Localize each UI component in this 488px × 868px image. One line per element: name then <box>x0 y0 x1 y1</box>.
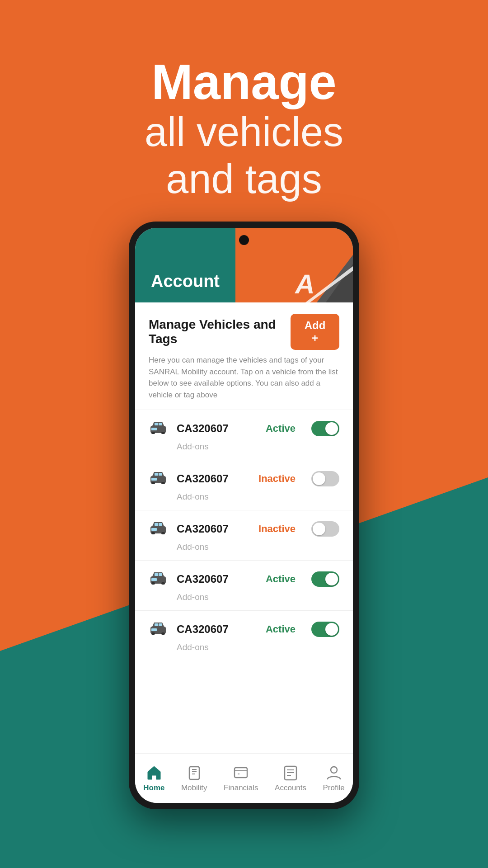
addons-text: Add-ons <box>149 492 339 505</box>
vehicle-toggle[interactable] <box>311 521 339 537</box>
status-badge: Active <box>266 623 296 635</box>
svg-rect-21 <box>151 532 155 534</box>
svg-rect-25 <box>151 528 157 531</box>
plate-text: CA320607 <box>177 472 249 485</box>
status-badge: Active <box>266 423 296 434</box>
hero-section: Manage all vehicles and tags <box>0 54 488 203</box>
phone-frame: Account A <box>129 222 359 809</box>
car-icon <box>149 620 168 639</box>
nav-label-profile: Profile <box>323 783 345 793</box>
hero-line1: Manage <box>0 54 488 109</box>
addons-text: Add-ons <box>149 542 339 556</box>
add-button[interactable]: Add + <box>291 314 339 350</box>
svg-rect-30 <box>155 573 158 576</box>
addons-text: Add-ons <box>149 592 339 606</box>
svg-point-51 <box>331 767 337 773</box>
vehicle-item[interactable]: CA320607ActiveAdd-ons <box>135 610 353 660</box>
home-icon <box>145 764 163 781</box>
vehicle-item[interactable]: CA320607ActiveAdd-ons <box>135 410 353 460</box>
svg-rect-9 <box>155 423 158 425</box>
car-icon <box>149 519 168 538</box>
status-badge: Inactive <box>258 473 296 485</box>
svg-rect-17 <box>159 473 162 476</box>
phone-screen: Account A <box>135 228 353 803</box>
svg-rect-11 <box>151 428 157 430</box>
plate-text: CA320607 <box>177 523 249 535</box>
hero-line3: and tags <box>0 156 488 203</box>
financials-icon <box>232 764 249 781</box>
svg-rect-36 <box>161 632 165 635</box>
svg-rect-31 <box>159 573 162 576</box>
bottom-nav: HomeMobilityFinancialsAccountsProfile <box>135 753 353 803</box>
status-badge: Inactive <box>258 523 296 535</box>
svg-rect-38 <box>159 623 162 626</box>
nav-label-mobility: Mobility <box>181 783 207 793</box>
svg-rect-44 <box>235 768 247 778</box>
nav-label-accounts: Accounts <box>275 783 306 793</box>
vehicle-toggle[interactable] <box>311 471 339 486</box>
phone-wrapper: Account A <box>129 222 359 809</box>
camera-notch <box>239 235 249 245</box>
nav-item-accounts[interactable]: Accounts <box>275 764 306 793</box>
accounts-icon <box>282 764 299 781</box>
section-header: Manage Vehicles and Tags Add + <box>135 302 353 354</box>
section-description: Here you can manage the vehicles and tag… <box>135 354 353 410</box>
nav-label-home: Home <box>143 783 164 793</box>
svg-rect-16 <box>155 473 158 476</box>
vehicle-item[interactable]: CA320607InactiveAdd-ons <box>135 460 353 510</box>
car-icon <box>149 419 168 438</box>
svg-rect-29 <box>161 582 165 585</box>
vehicle-toggle[interactable] <box>311 571 339 587</box>
hero-line2: all vehicles <box>0 109 488 156</box>
nav-item-home[interactable]: Home <box>143 764 164 793</box>
svg-rect-7 <box>151 432 155 434</box>
svg-rect-37 <box>155 623 158 626</box>
app-content[interactable]: Manage Vehicles and Tags Add + Here you … <box>135 302 353 753</box>
svg-rect-40 <box>189 767 199 779</box>
addons-text: Add-ons <box>149 442 339 455</box>
svg-rect-18 <box>151 478 157 481</box>
nav-item-profile[interactable]: Profile <box>323 764 345 793</box>
svg-rect-39 <box>151 628 157 631</box>
nav-label-financials: Financials <box>224 783 258 793</box>
road-graphic: A <box>235 228 353 302</box>
svg-rect-15 <box>161 482 165 484</box>
plate-text: CA320607 <box>177 623 257 636</box>
section-title: Manage Vehicles and Tags <box>149 317 291 346</box>
addons-text: Add-ons <box>149 642 339 656</box>
status-badge: Active <box>266 573 296 585</box>
mobility-icon <box>186 764 203 781</box>
svg-rect-23 <box>155 523 158 526</box>
vehicle-list: CA320607ActiveAdd-ons CA320607InactiveAd… <box>135 410 353 660</box>
svg-rect-10 <box>159 423 162 425</box>
car-icon <box>149 469 168 488</box>
svg-rect-28 <box>151 582 155 585</box>
vehicle-item[interactable]: CA320607InactiveAdd-ons <box>135 510 353 560</box>
profile-icon <box>325 764 343 781</box>
plate-text: CA320607 <box>177 573 257 585</box>
plate-text: CA320607 <box>177 422 257 435</box>
vehicle-toggle[interactable] <box>311 622 339 637</box>
svg-rect-14 <box>151 482 155 484</box>
nav-item-mobility[interactable]: Mobility <box>181 764 207 793</box>
svg-rect-22 <box>161 532 165 534</box>
nav-item-financials[interactable]: Financials <box>224 764 258 793</box>
car-icon <box>149 570 168 589</box>
vehicle-item[interactable]: CA320607ActiveAdd-ons <box>135 560 353 610</box>
svg-rect-24 <box>159 523 162 526</box>
vehicle-toggle[interactable] <box>311 421 339 436</box>
svg-rect-32 <box>151 578 157 581</box>
svg-rect-35 <box>151 632 155 635</box>
app-header-title: Account <box>151 272 220 291</box>
svg-rect-8 <box>161 432 165 434</box>
